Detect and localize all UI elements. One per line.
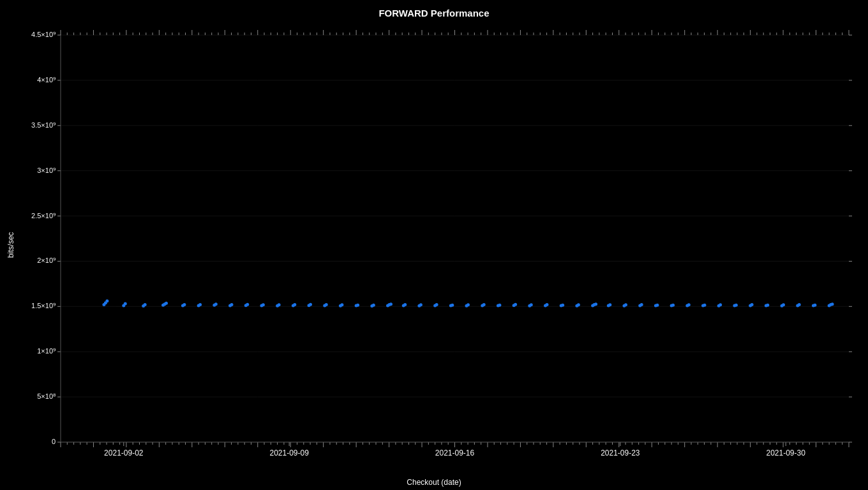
chart-container: FORWARD Performance bits/sec Checkout (d… [0, 0, 868, 490]
chart-canvas [0, 0, 868, 490]
